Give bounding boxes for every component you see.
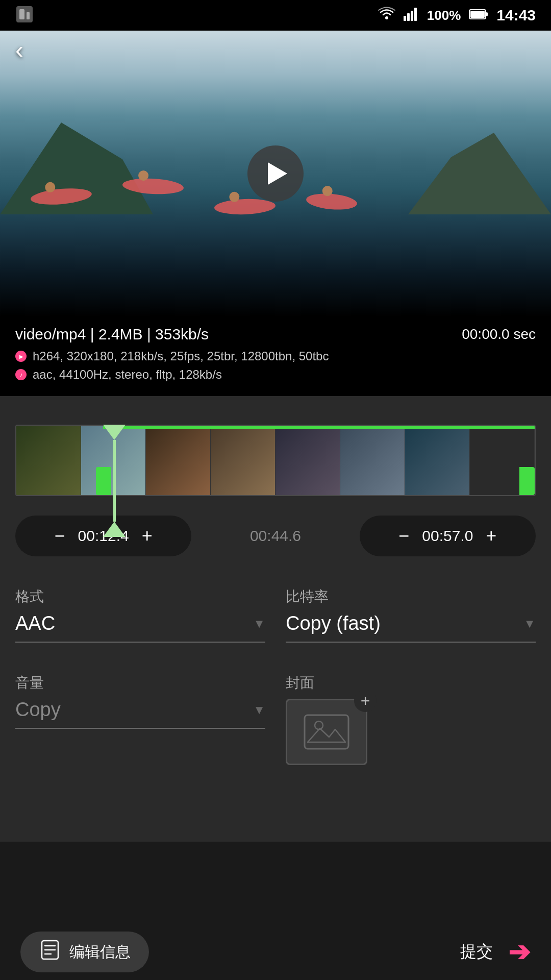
- end-time-value: 00:57.0: [419, 527, 475, 545]
- filmstrip[interactable]: [15, 425, 536, 496]
- playhead-line: [113, 440, 116, 522]
- svg-rect-9: [470, 11, 485, 18]
- play-icon: [268, 162, 287, 185]
- bitrate-group: 比特率 Copy (fast) ▼: [286, 587, 536, 643]
- video-stream-info: h264, 320x180, 218kb/s, 25fps, 25tbr, 12…: [33, 349, 329, 363]
- film-frame-1: [16, 426, 81, 495]
- status-bar: 100% 14:43: [0, 0, 551, 31]
- bottom-bar: 编辑信息 提交 ➔: [0, 924, 551, 980]
- edit-info-icon: [39, 939, 61, 966]
- volume-section: 音量 Copy ▼ 封面 +: [0, 668, 551, 780]
- audio-stream-info: aac, 44100Hz, stereo, fltp, 128kb/s: [33, 368, 222, 382]
- cover-thumbnail[interactable]: [286, 699, 367, 765]
- trim-handle-right[interactable]: [519, 467, 535, 495]
- volume-label: 音量: [15, 673, 265, 693]
- volume-value: Copy: [15, 699, 61, 721]
- audio-stream-icon: [15, 369, 27, 380]
- svg-rect-7: [414, 8, 417, 21]
- volume-dropdown-arrow: ▼: [253, 703, 265, 717]
- format-group: 格式 AAC ▼: [15, 587, 265, 643]
- end-time-plus[interactable]: +: [486, 527, 496, 545]
- format-section: 格式 AAC ▼ 比特率 Copy (fast) ▼: [0, 582, 551, 658]
- back-button[interactable]: ‹: [15, 36, 23, 64]
- status-time: 14:43: [496, 7, 536, 24]
- volume-select[interactable]: Copy ▼: [15, 699, 265, 729]
- svg-rect-11: [305, 715, 348, 749]
- edit-info-label: 编辑信息: [69, 942, 131, 963]
- bitrate-select[interactable]: Copy (fast) ▼: [286, 612, 536, 643]
- svg-rect-4: [404, 16, 406, 21]
- video-stream-icon: [15, 351, 27, 362]
- svg-point-12: [315, 721, 323, 729]
- edit-info-button[interactable]: 编辑信息: [20, 932, 149, 972]
- film-frame-4: [211, 426, 276, 495]
- submit-arrow-icon: ➔: [508, 937, 531, 967]
- film-frame-3: [146, 426, 211, 495]
- selection-bar: [103, 426, 535, 429]
- app-icon: [15, 5, 34, 26]
- battery-icon: [469, 8, 488, 23]
- format-value: AAC: [15, 612, 55, 634]
- svg-rect-1: [19, 9, 24, 19]
- bitrate-label: 比特率: [286, 587, 536, 606]
- bitrate-dropdown-arrow: ▼: [523, 617, 536, 631]
- battery-percentage: 100%: [427, 8, 461, 23]
- cover-label: 封面: [286, 673, 536, 693]
- start-time-plus[interactable]: +: [142, 527, 153, 545]
- svg-point-3: [385, 16, 388, 19]
- cover-group: 封面 +: [286, 673, 536, 765]
- format-label: 格式: [15, 587, 265, 606]
- timeline-wrapper: [15, 425, 536, 496]
- submit-area[interactable]: 提交 ➔: [460, 937, 531, 967]
- format-select[interactable]: AAC ▼: [15, 612, 265, 643]
- mid-time-value: 00:44.6: [250, 527, 301, 545]
- svg-rect-5: [407, 13, 410, 21]
- video-info-title: video/mp4 | 2.4MB | 353kb/s: [15, 326, 209, 343]
- playhead-bottom-arrow: [103, 522, 126, 537]
- video-duration: 00:00.0 sec: [462, 326, 536, 342]
- svg-rect-2: [27, 12, 30, 19]
- video-preview: [0, 31, 551, 316]
- film-frame-7: [405, 426, 470, 495]
- film-frame-6: [340, 426, 405, 495]
- kayak-4: [306, 192, 358, 212]
- signal-icon: [404, 7, 419, 24]
- submit-label: 提交: [460, 941, 493, 963]
- timeline-section: [0, 396, 551, 501]
- time-controls-section: − 00:12.4 + 00:44.6 − 00:57.0 +: [0, 501, 551, 572]
- start-time-minus[interactable]: −: [55, 527, 65, 545]
- video-info-bar: video/mp4 | 2.4MB | 353kb/s 00:00.0 sec …: [0, 316, 551, 396]
- playhead-top-arrow: [103, 425, 126, 440]
- playhead[interactable]: [103, 425, 126, 537]
- format-dropdown-arrow: ▼: [253, 617, 265, 631]
- svg-rect-10: [486, 12, 488, 16]
- end-time-pill[interactable]: − 00:57.0 +: [360, 516, 536, 556]
- bitrate-value: Copy (fast): [286, 612, 381, 634]
- kayak-3: [214, 198, 276, 215]
- cover-placeholder-icon: [304, 714, 349, 750]
- mountain-right: [408, 133, 551, 214]
- wifi-icon: [378, 7, 395, 24]
- cover-add-button[interactable]: +: [354, 690, 377, 712]
- play-button[interactable]: [247, 145, 304, 202]
- time-controls: − 00:12.4 + 00:44.6 − 00:57.0 +: [15, 516, 536, 556]
- volume-group: 音量 Copy ▼: [15, 673, 265, 729]
- end-time-minus[interactable]: −: [398, 527, 409, 545]
- film-frame-5: [276, 426, 340, 495]
- svg-rect-6: [411, 11, 413, 21]
